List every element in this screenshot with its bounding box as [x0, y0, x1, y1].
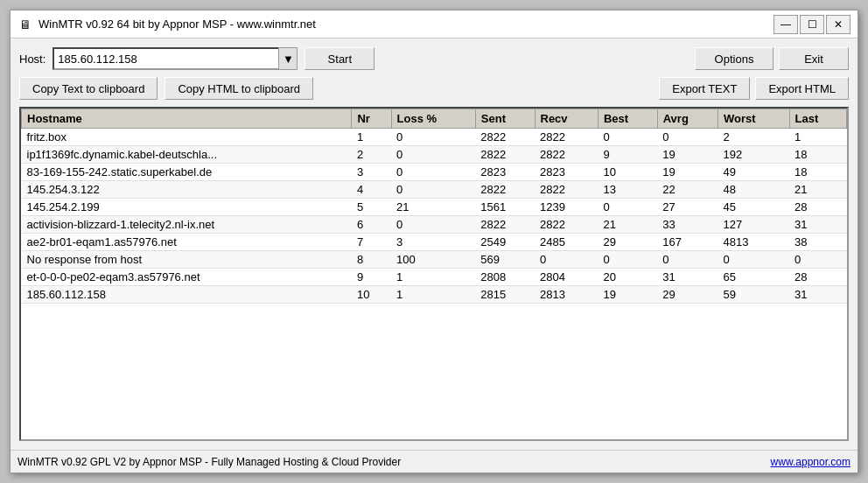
- table-cell: 1: [789, 129, 846, 146]
- table-cell: 569: [475, 251, 535, 269]
- table-cell: 2808: [475, 269, 535, 286]
- table-cell: 31: [789, 286, 846, 304]
- close-button[interactable]: ✕: [826, 15, 850, 34]
- table-body: fritz.box10282228220021ip1f1369fc.dynami…: [22, 129, 847, 304]
- table-cell: 2813: [535, 286, 598, 304]
- table-column-header: Hostname: [22, 109, 352, 129]
- table-cell: 0: [535, 251, 598, 269]
- table-cell: 1: [352, 129, 391, 146]
- table-cell: 2: [352, 146, 391, 164]
- options-button[interactable]: Options: [695, 47, 774, 70]
- table-cell: 1239: [535, 199, 598, 216]
- table-cell: 185.60.112.158: [22, 286, 352, 304]
- table-cell: 27: [657, 199, 718, 216]
- table-cell: 6: [352, 216, 391, 234]
- chevron-down-icon: ▼: [283, 52, 294, 66]
- table-cell: 20: [598, 269, 657, 286]
- table-row: No response from host810056900000: [22, 251, 847, 269]
- export-text-button[interactable]: Export TEXT: [659, 77, 750, 100]
- table-cell: 0: [391, 216, 475, 234]
- action-row-right: Export TEXT Export HTML: [659, 77, 849, 100]
- table-cell: 8: [352, 251, 391, 269]
- table-cell: 3: [391, 234, 475, 251]
- table-cell: 21: [598, 216, 657, 234]
- table-cell: 21: [391, 199, 475, 216]
- content-area: Host: ▼ Start Options Exit Copy Text to …: [10, 38, 858, 450]
- table-header: HostnameNrLoss %SentRecvBestAvrgWorstLas…: [22, 109, 847, 129]
- table-header-row: HostnameNrLoss %SentRecvBestAvrgWorstLas…: [22, 109, 847, 129]
- table-cell: 29: [657, 286, 718, 304]
- window-title: WinMTR v0.92 64 bit by Appnor MSP - www.…: [38, 18, 316, 31]
- table-cell: 0: [789, 251, 846, 269]
- table-cell: 4813: [718, 234, 790, 251]
- table-cell: 18: [789, 164, 846, 181]
- table-cell: No response from host: [22, 251, 352, 269]
- table-cell: 2822: [475, 181, 535, 199]
- action-row: Copy Text to clipboard Copy HTML to clip…: [19, 77, 849, 100]
- table-cell: 2549: [475, 234, 535, 251]
- table-cell: 65: [718, 269, 790, 286]
- minimize-button[interactable]: —: [774, 15, 798, 34]
- table-column-header: Loss %: [391, 109, 475, 129]
- table-cell: ip1f1369fc.dynamic.kabel-deutschla...: [22, 146, 352, 164]
- table-cell: 0: [598, 199, 657, 216]
- table-row: ip1f1369fc.dynamic.kabel-deutschla...202…: [22, 146, 847, 164]
- main-window: 🖥 WinMTR v0.92 64 bit by Appnor MSP - ww…: [10, 10, 858, 473]
- table-cell: 3: [352, 164, 391, 181]
- table-cell: 10: [598, 164, 657, 181]
- table-row: 145.254.2.199521156112390274528: [22, 199, 847, 216]
- table-cell: 49: [718, 164, 790, 181]
- table-cell: 0: [391, 181, 475, 199]
- table-cell: 0: [598, 251, 657, 269]
- exit-button[interactable]: Exit: [779, 47, 849, 70]
- table-cell: 2823: [535, 164, 598, 181]
- table-cell: 31: [657, 269, 718, 286]
- table-row: fritz.box10282228220021: [22, 129, 847, 146]
- table-cell: 167: [657, 234, 718, 251]
- host-input[interactable]: [52, 47, 298, 70]
- table-cell: 9: [598, 146, 657, 164]
- table-cell: 4: [352, 181, 391, 199]
- host-dropdown-button[interactable]: ▼: [278, 47, 298, 70]
- status-text: WinMTR v0.92 GPL V2 by Appnor MSP - Full…: [18, 456, 401, 468]
- table-cell: 33: [657, 216, 718, 234]
- table-cell: 192: [718, 146, 790, 164]
- table-cell: 2822: [475, 129, 535, 146]
- title-bar-left: 🖥 WinMTR v0.92 64 bit by Appnor MSP - ww…: [18, 17, 316, 32]
- table-row: et-0-0-0-pe02-eqam3.as57976.net912808280…: [22, 269, 847, 286]
- table-column-header: Avrg: [657, 109, 718, 129]
- host-input-wrapper: ▼: [52, 47, 298, 70]
- app-icon: 🖥: [18, 17, 33, 32]
- table-cell: 59: [718, 286, 790, 304]
- table-cell: 0: [391, 129, 475, 146]
- maximize-button[interactable]: ☐: [800, 15, 824, 34]
- copy-text-button[interactable]: Copy Text to clipboard: [19, 77, 158, 100]
- table-cell: 0: [718, 251, 790, 269]
- table-cell: 21: [789, 181, 846, 199]
- table-cell: 28: [789, 269, 846, 286]
- table-cell: 1: [391, 269, 475, 286]
- table-cell: et-0-0-0-pe02-eqam3.as57976.net: [22, 269, 352, 286]
- data-table-wrapper: HostnameNrLoss %SentRecvBestAvrgWorstLas…: [19, 107, 849, 441]
- table-cell: fritz.box: [22, 129, 352, 146]
- table-row: 83-169-155-242.static.superkabel.de30282…: [22, 164, 847, 181]
- table-cell: 100: [391, 251, 475, 269]
- table-cell: 1561: [475, 199, 535, 216]
- start-button[interactable]: Start: [304, 47, 374, 70]
- table-cell: 127: [718, 216, 790, 234]
- table-row: 145.254.3.122402822282213224821: [22, 181, 847, 199]
- table-cell: 31: [789, 216, 846, 234]
- table-cell: 2822: [535, 146, 598, 164]
- export-html-button[interactable]: Export HTML: [755, 77, 849, 100]
- table-cell: 0: [598, 129, 657, 146]
- table-cell: 5: [352, 199, 391, 216]
- table-cell: 2822: [475, 216, 535, 234]
- table-row: 185.60.112.1581012815281319295931: [22, 286, 847, 304]
- table-cell: 0: [391, 146, 475, 164]
- status-link[interactable]: www.appnor.com: [771, 456, 850, 468]
- table-cell: 2815: [475, 286, 535, 304]
- table-cell: ae2-br01-eqam1.as57976.net: [22, 234, 352, 251]
- table-cell: 19: [657, 146, 718, 164]
- copy-html-button[interactable]: Copy HTML to clipboard: [164, 77, 313, 100]
- host-label: Host:: [19, 52, 46, 66]
